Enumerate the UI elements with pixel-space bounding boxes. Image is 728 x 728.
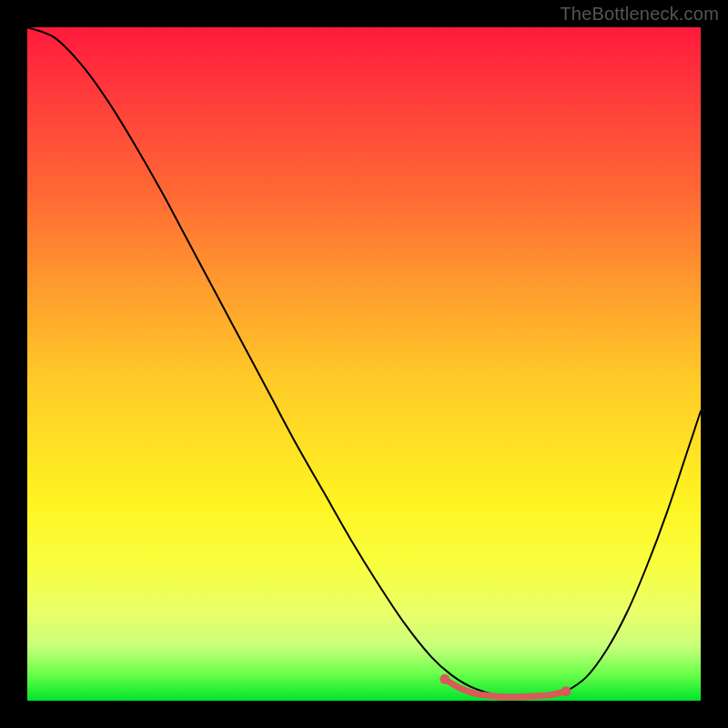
chart-frame: TheBottleneck.com: [0, 0, 728, 728]
optimal-range-marker: [536, 693, 542, 699]
optimal-range-marker: [550, 692, 556, 698]
bottleneck-curve: [27, 27, 701, 697]
optimal-range-marker: [455, 684, 461, 691]
optimal-range-marker: [496, 693, 502, 700]
optimal-range-marker: [522, 693, 529, 700]
optimal-range-marker: [482, 693, 489, 699]
chart-svg: [27, 27, 701, 701]
plot-area: [27, 27, 701, 701]
optimal-range-marker: [509, 693, 515, 700]
optimal-range-marker: [561, 686, 571, 696]
watermark-text: TheBottleneck.com: [560, 4, 719, 25]
optimal-range-marker: [440, 674, 450, 684]
optimal-range-marker: [469, 690, 475, 696]
